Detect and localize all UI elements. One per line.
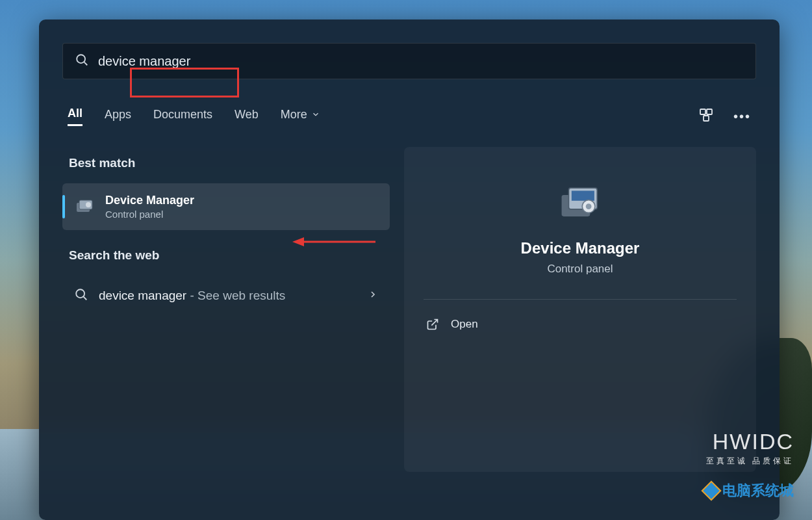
- search-icon: [75, 53, 89, 70]
- svg-rect-3: [707, 109, 712, 114]
- chevron-down-icon: [311, 110, 320, 119]
- search-input[interactable]: [98, 54, 744, 69]
- svg-line-1: [84, 62, 88, 66]
- recent-apps-icon[interactable]: [698, 107, 714, 126]
- device-manager-icon: [74, 196, 95, 217]
- chevron-right-icon: [368, 289, 378, 302]
- results-column: Best match Device Manager Control panel …: [62, 147, 390, 472]
- tab-more[interactable]: More: [281, 108, 320, 125]
- svg-rect-4: [704, 116, 709, 121]
- open-action-label: Open: [451, 318, 478, 331]
- svg-line-9: [84, 297, 87, 300]
- filter-tabs: All Apps Documents Web More •••: [39, 91, 780, 135]
- tab-all[interactable]: All: [68, 107, 82, 126]
- watermark-site: 电脑系统城: [704, 481, 794, 500]
- tab-more-label: More: [281, 108, 307, 122]
- start-search-panel: All Apps Documents Web More ••• Best mat…: [39, 20, 780, 520]
- tab-web[interactable]: Web: [235, 108, 259, 125]
- watermark-hwidc: HWIDC 至真至诚 品质保证: [706, 429, 794, 467]
- best-match-label: Best match: [62, 147, 390, 183]
- svg-point-14: [586, 203, 592, 209]
- result-title: Device Manager: [105, 194, 194, 207]
- tab-documents[interactable]: Documents: [153, 108, 212, 125]
- svg-point-0: [77, 55, 85, 63]
- search-bar[interactable]: [62, 43, 756, 79]
- device-manager-large-icon: [557, 179, 603, 225]
- result-device-manager[interactable]: Device Manager Control panel: [62, 183, 390, 230]
- more-options-icon[interactable]: •••: [733, 109, 751, 124]
- detail-subtitle: Control panel: [547, 263, 613, 276]
- detail-title: Device Manager: [521, 239, 640, 257]
- detail-panel: Device Manager Control panel Open: [404, 147, 756, 472]
- result-subtitle: Control panel: [105, 209, 194, 220]
- tab-apps[interactable]: Apps: [105, 108, 131, 125]
- open-action[interactable]: Open: [424, 309, 737, 340]
- web-result-item[interactable]: device manager - See web results: [62, 276, 390, 316]
- open-external-icon: [426, 318, 439, 331]
- web-result-text: device manager - See web results: [99, 289, 285, 303]
- svg-rect-2: [700, 109, 705, 114]
- divider: [424, 299, 737, 300]
- svg-point-8: [76, 289, 84, 298]
- svg-line-15: [431, 320, 437, 326]
- search-icon: [74, 287, 88, 304]
- svg-rect-12: [572, 191, 594, 201]
- svg-point-7: [86, 202, 91, 207]
- search-web-label: Search the web: [62, 230, 390, 276]
